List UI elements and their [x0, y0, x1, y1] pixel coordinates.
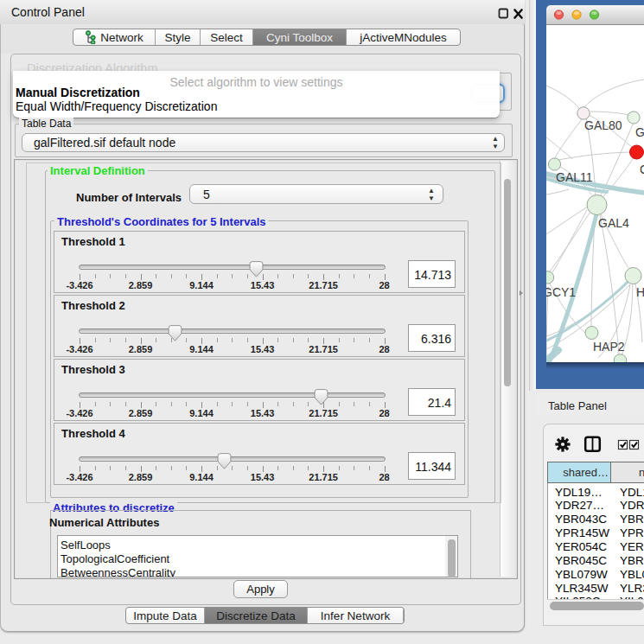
svg-text:GAL11: GAL11 [556, 170, 593, 184]
svg-text:G.: G. [635, 125, 644, 139]
svg-text:GCY1: GCY1 [546, 285, 576, 299]
svg-text:GAL80: GAL80 [584, 118, 622, 132]
svg-text:HAP2: HAP2 [593, 340, 625, 354]
svg-text:H: H [636, 285, 644, 299]
svg-text:C: C [640, 163, 644, 176]
svg-text:GAL4: GAL4 [598, 216, 629, 230]
